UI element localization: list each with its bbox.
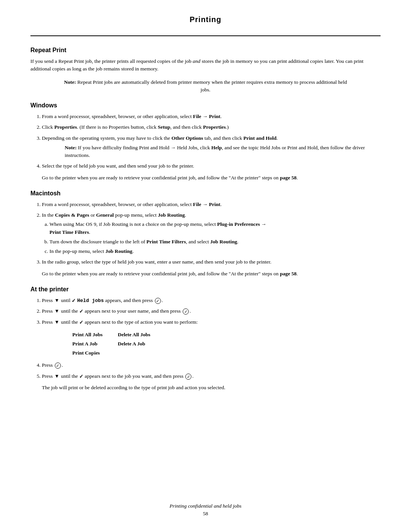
note-text: Repeat Print jobs are automatically dele…	[77, 79, 347, 93]
checkmark-3: ✓	[79, 320, 83, 325]
down-arrow-3: ▼	[54, 318, 59, 326]
action-table: Print All Jobs Delete All Jobs Print A J…	[72, 330, 166, 358]
page-title: Printing	[30, 15, 381, 24]
page-header: Printing	[30, 15, 381, 24]
macintosh-title: Macintosh	[30, 190, 381, 197]
mac-sub-b: Turn down the disclosure triangle to the…	[49, 238, 381, 246]
mac-sub-a: When using Mac OS 9, if Job Routing is n…	[49, 220, 381, 236]
page-number: 58	[0, 511, 411, 517]
note-label: Note:	[64, 79, 76, 85]
intro-paragraph: If you send a Repeat Print job, the prin…	[30, 58, 381, 73]
mac-sub-c: In the pop-up menu, select Job Routing.	[49, 248, 381, 255]
mac-step2-substeps: When using Mac OS 9, if Job Routing is n…	[49, 220, 381, 255]
action-5: Print Copies	[72, 348, 118, 358]
windows-goto: Go to the printer when you are ready to …	[42, 174, 381, 182]
macintosh-steps: From a word processor, spreadsheet, brow…	[42, 201, 381, 266]
footer-text: Printing confidential and held jobs	[0, 503, 411, 509]
at-printer-title: At the printer	[30, 286, 381, 293]
printer-step-5: Press ▼ until the ✓ appears next to the …	[42, 372, 381, 380]
printer-step-1: Press ▼ until ✓ Held jobs appears, and t…	[42, 297, 381, 305]
windows-step-1: From a word processor, spreadsheet, brow…	[42, 113, 381, 120]
repeat-print-title: Repeat Print	[30, 47, 381, 54]
action-3: Print A Job	[72, 339, 118, 348]
page-footer: Printing confidential and held jobs 58	[0, 503, 411, 517]
printer-step-4: Press ✓.	[42, 361, 381, 369]
action-1: Print All Jobs	[72, 330, 118, 339]
action-2: Delete All Jobs	[118, 330, 166, 339]
printer-step-2: Press ▼ until the ✓ appears next to your…	[42, 307, 381, 315]
checkmark-5: ✓	[79, 374, 83, 379]
down-arrow-2: ▼	[54, 307, 59, 315]
mac-goto: Go to the printer when you are ready to …	[42, 270, 381, 278]
windows-step-3: Depending on the operating system, you m…	[42, 134, 381, 160]
mac-step-1: From a word processor, spreadsheet, brow…	[42, 201, 381, 208]
windows-steps: From a word processor, spreadsheet, brow…	[42, 113, 381, 170]
windows-step-2: Click Properties. (If there is no Proper…	[42, 123, 381, 131]
check-btn-2: ✓	[183, 308, 189, 315]
down-arrow-5: ▼	[54, 372, 59, 380]
check-btn-1: ✓	[155, 298, 161, 304]
printer-steps: Press ▼ until ✓ Held jobs appears, and t…	[42, 297, 381, 380]
action-4: Delete A Job	[118, 339, 166, 348]
checkmark-2: ✓	[79, 309, 83, 315]
printer-step-3: Press ▼ until the ✓ appears next to the …	[42, 318, 381, 358]
down-arrow-1: ▼	[54, 297, 59, 304]
mac-step-3: In the radio group, select the type of h…	[42, 258, 381, 266]
windows-step3-note: Note: If you have difficulty finding Pri…	[65, 144, 381, 160]
check-btn-5: ✓	[185, 374, 191, 380]
main-note: Note: Repeat Print jobs are automaticall…	[61, 78, 350, 94]
page: Printing Repeat Print If you send a Repe…	[0, 0, 411, 532]
mac-step-2: In the Copies & Pages or General pop-up …	[42, 211, 381, 255]
action-6	[118, 348, 166, 358]
step5-note: The job will print or be deleted accordi…	[42, 384, 381, 391]
windows-title: Windows	[30, 102, 381, 109]
check-btn-4: ✓	[55, 363, 61, 369]
windows-step-4: Select the type of held job you want, an…	[42, 162, 381, 170]
header-rule	[30, 35, 381, 36]
checkmark-1: ✓	[72, 298, 76, 304]
